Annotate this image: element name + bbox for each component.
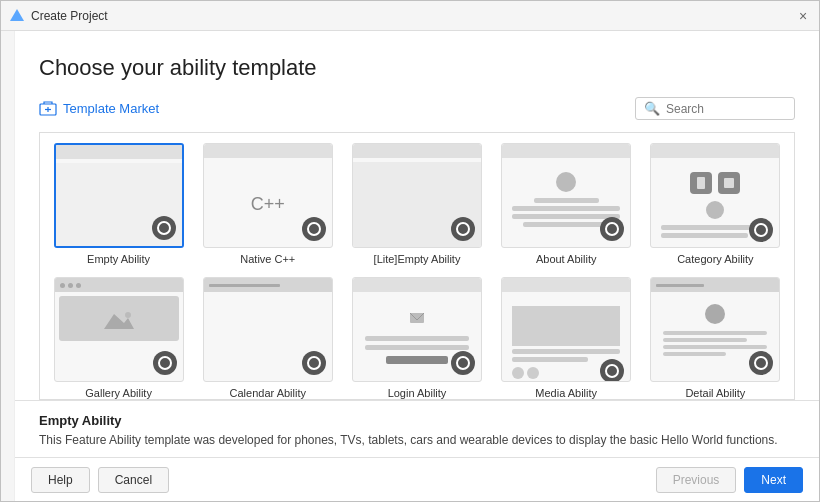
cat-line-2 (661, 233, 747, 238)
thumb-header-category (651, 144, 779, 158)
template-thumb-calendar (203, 277, 333, 382)
thumb-badge-calendar (302, 351, 326, 375)
svg-marker-0 (10, 9, 24, 21)
thumb-badge-media (600, 359, 624, 382)
template-label-media: Media Ability (535, 387, 597, 399)
template-item-calendar[interactable]: Calendar Ability (197, 275, 338, 400)
cat-icon-box (690, 172, 712, 194)
market-label: Template Market (63, 101, 159, 116)
thumb-body-detail (651, 292, 779, 381)
thumb-badge-gallery (153, 351, 177, 375)
tablet-icon (722, 176, 736, 190)
template-thumb-category (650, 143, 780, 248)
thumb-header-login (353, 278, 481, 292)
template-item-detail[interactable]: Detail Ability (645, 275, 786, 400)
img-thumb (59, 296, 179, 341)
thumb-badge-lite (451, 217, 475, 241)
template-thumb-cpp: C++ (203, 143, 333, 248)
svg-rect-5 (724, 178, 734, 188)
about-circle (556, 172, 576, 192)
template-item-about[interactable]: About Ability (496, 141, 637, 267)
thumb-header (56, 145, 182, 159)
thumb-body-login (353, 296, 481, 381)
search-box: 🔍 (635, 97, 795, 120)
thumb-body (56, 163, 182, 246)
thumb-body-media (502, 296, 630, 382)
info-description: This Feature Ability template was develo… (39, 432, 795, 449)
thumb-badge-cpp (302, 217, 326, 241)
thumb-body-calendar (204, 292, 332, 381)
search-icon: 🔍 (644, 101, 660, 116)
templates-area[interactable]: Empty Ability C++ (39, 132, 795, 400)
cancel-button[interactable]: Cancel (98, 467, 169, 493)
template-thumb-detail (650, 277, 780, 382)
template-thumb-media (501, 277, 631, 382)
thumb-header-detail (651, 278, 779, 292)
create-project-dialog: Create Project × Choose your ability tem… (0, 0, 820, 502)
footer: Help Cancel Previous Next (15, 457, 819, 501)
info-title: Empty Ability (39, 413, 795, 428)
help-button[interactable]: Help (31, 467, 90, 493)
phone-icon (694, 176, 708, 190)
media-line-1 (512, 349, 620, 354)
info-section: Empty Ability This Feature Ability templ… (15, 400, 819, 457)
form-line-1 (365, 336, 469, 341)
svg-rect-4 (697, 177, 705, 189)
template-item-login[interactable]: Login Ability (346, 275, 487, 400)
template-market-button[interactable]: Template Market (39, 100, 159, 118)
thumb-header-cpp (204, 144, 332, 158)
templates-grid: Empty Ability C++ (48, 141, 786, 400)
footer-right: Previous Next (656, 467, 803, 493)
template-label-lite: [Lite]Empty Ability (374, 253, 461, 265)
form-line-2 (365, 345, 469, 350)
thumb-header-gallery (55, 278, 183, 292)
mountain-svg (104, 309, 134, 329)
envelope-icon (409, 308, 425, 328)
detail-avatar (705, 304, 725, 324)
app-icon (9, 8, 25, 24)
cat-icon-circle (706, 201, 724, 219)
template-label-cpp: Native C++ (240, 253, 295, 265)
content-area: Choose your ability template Template Ma… (15, 31, 819, 400)
main-area: Choose your ability template Template Ma… (15, 31, 819, 501)
about-line-short (534, 198, 599, 203)
template-item-lite[interactable]: [Lite]Empty Ability (346, 141, 487, 267)
thumb-header-about (502, 144, 630, 158)
thumb-badge-login (451, 351, 475, 375)
thumb-header-media (502, 278, 630, 292)
previous-button: Previous (656, 467, 737, 493)
template-thumb-empty (54, 143, 184, 248)
cpp-text: C++ (251, 194, 285, 215)
form-button (386, 356, 448, 364)
next-button[interactable]: Next (744, 467, 803, 493)
template-item-empty[interactable]: Empty Ability (48, 141, 189, 267)
thumb-header-calendar (204, 278, 332, 292)
left-sidebar (1, 31, 15, 501)
template-thumb-login (352, 277, 482, 382)
template-item-gallery[interactable]: Gallery Ability (48, 275, 189, 400)
template-thumb-lite (352, 143, 482, 248)
template-label-calendar: Calendar Ability (230, 387, 306, 399)
about-line-3 (523, 222, 609, 227)
template-item-category[interactable]: Category Ability (645, 141, 786, 267)
template-item-media[interactable]: Media Ability (496, 275, 637, 400)
search-input[interactable] (666, 102, 786, 116)
page-title: Choose your ability template (39, 55, 795, 81)
thumb-body-cpp: C++ (204, 162, 332, 247)
title-bar-left: Create Project (9, 8, 108, 24)
template-label-category: Category Ability (677, 253, 753, 265)
cat-icon-box2 (718, 172, 740, 194)
template-label-about: About Ability (536, 253, 597, 265)
thumb-body-category (651, 162, 779, 248)
thumb-body-gallery (55, 292, 183, 381)
about-line-1 (512, 206, 620, 211)
close-button[interactable]: × (795, 8, 811, 24)
thumb-body-lite (353, 162, 481, 247)
market-icon (39, 100, 57, 118)
thumb-header-lite (353, 144, 481, 158)
title-bar: Create Project × (1, 1, 819, 31)
media-line-2 (512, 357, 588, 362)
template-label-detail: Detail Ability (685, 387, 745, 399)
template-item-cpp[interactable]: C++ Native C++ (197, 141, 338, 267)
template-label-gallery: Gallery Ability (85, 387, 152, 399)
